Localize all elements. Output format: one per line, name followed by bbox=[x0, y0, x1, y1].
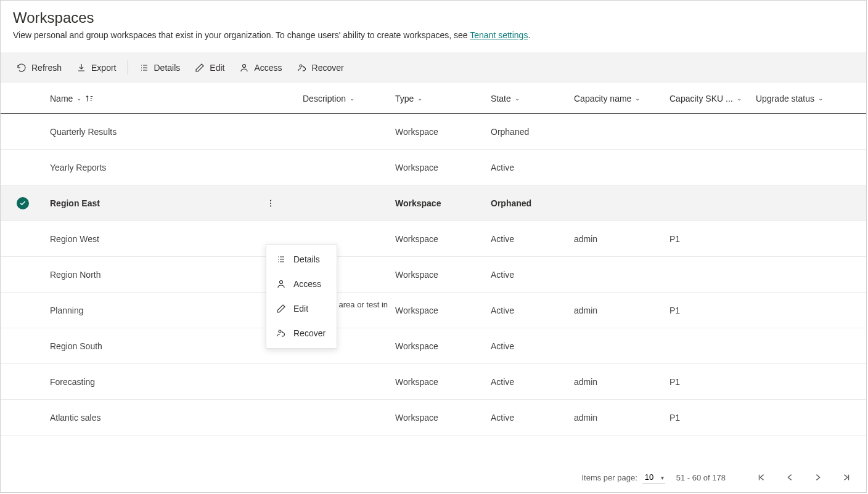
column-capacity-name-label: Capacity name bbox=[574, 94, 631, 103]
row-type: Workspace bbox=[395, 413, 491, 423]
row-name: Forecasting bbox=[50, 377, 95, 387]
column-header-capacity-sku[interactable]: Capacity SKU ... ⌄ bbox=[669, 94, 756, 103]
svg-point-6 bbox=[279, 330, 281, 333]
table-row[interactable]: Yearly ReportsWorkspaceActive bbox=[1, 150, 866, 185]
row-more-button[interactable] bbox=[263, 196, 278, 211]
page-last-button[interactable] bbox=[840, 471, 853, 484]
edit-button[interactable]: Edit bbox=[187, 58, 232, 78]
page-first-button[interactable] bbox=[755, 471, 768, 484]
column-header-capacity-name[interactable]: Capacity name ⌄ bbox=[574, 94, 669, 103]
toolbar-separator bbox=[128, 60, 128, 75]
chevron-down-icon: ⌄ bbox=[76, 95, 81, 102]
access-button[interactable]: Access bbox=[232, 58, 289, 78]
chevron-down-icon: ⌄ bbox=[737, 95, 742, 102]
row-state: Orphaned bbox=[491, 127, 574, 137]
svg-point-2 bbox=[270, 200, 271, 201]
row-capacity-name: admin bbox=[574, 377, 669, 387]
details-button[interactable]: Details bbox=[132, 58, 188, 78]
context-menu-recover-label: Recover bbox=[293, 328, 326, 338]
row-name: Region South bbox=[50, 341, 102, 351]
details-icon bbox=[139, 63, 149, 73]
row-name: Region North bbox=[50, 270, 101, 280]
refresh-button[interactable]: Refresh bbox=[9, 58, 69, 78]
context-menu-edit[interactable]: Edit bbox=[266, 296, 337, 321]
context-menu-details[interactable]: Details bbox=[266, 247, 337, 272]
context-menu-access[interactable]: Access bbox=[266, 272, 337, 296]
refresh-icon bbox=[17, 63, 27, 73]
table-row[interactable]: Quarterly ResultsWorkspaceOrphaned bbox=[1, 114, 866, 150]
svg-point-1 bbox=[300, 65, 302, 67]
column-state-label: State bbox=[491, 94, 511, 103]
row-state: Active bbox=[491, 270, 574, 280]
access-label: Access bbox=[254, 63, 282, 73]
page-prev-button[interactable] bbox=[784, 471, 796, 484]
page-description: View personal and group workspaces that … bbox=[13, 30, 854, 40]
row-capacity-sku: P1 bbox=[669, 413, 756, 423]
row-type: Workspace bbox=[395, 270, 491, 280]
table-row[interactable]: Region NorthWorkspaceActive bbox=[1, 257, 866, 293]
row-state: Orphaned bbox=[491, 198, 574, 208]
recover-icon bbox=[276, 328, 286, 338]
table-row[interactable]: Atlantic salesWorkspaceActiveadminP1 bbox=[1, 400, 866, 435]
sort-icon bbox=[85, 94, 94, 103]
recover-label: Recover bbox=[312, 63, 344, 73]
access-icon bbox=[276, 279, 286, 289]
table-row[interactable]: Region WestWorkspaceActiveadminP1 bbox=[1, 221, 866, 257]
recover-icon bbox=[297, 63, 307, 73]
column-upgrade-status-label: Upgrade status bbox=[756, 94, 814, 103]
row-name: Quarterly Results bbox=[50, 127, 117, 137]
row-capacity-name: admin bbox=[574, 306, 669, 315]
page-next-button[interactable] bbox=[812, 471, 824, 484]
export-icon bbox=[76, 63, 86, 73]
table-row[interactable]: PlanningorkSpace area or test in BBTWork… bbox=[1, 293, 866, 328]
items-per-page-select[interactable]: 10 bbox=[642, 471, 665, 484]
svg-point-0 bbox=[243, 65, 246, 68]
column-type-label: Type bbox=[395, 94, 414, 103]
access-icon bbox=[239, 63, 249, 73]
row-context-menu: Details Access Edit Recover bbox=[266, 244, 337, 349]
column-header-upgrade-status[interactable]: Upgrade status ⌄ bbox=[756, 94, 848, 103]
row-state: Active bbox=[491, 413, 574, 423]
table-row[interactable]: Region EastWorkspaceOrphaned bbox=[1, 185, 866, 221]
table-row[interactable]: ForecastingWorkspaceActiveadminP1 bbox=[1, 364, 866, 400]
column-name-label: Name bbox=[50, 94, 73, 103]
column-header-name[interactable]: Name ⌄ bbox=[44, 94, 303, 103]
column-header-state[interactable]: State ⌄ bbox=[491, 94, 574, 103]
export-button[interactable]: Export bbox=[69, 58, 123, 78]
edit-icon bbox=[195, 63, 205, 73]
row-name: Planning bbox=[50, 306, 84, 315]
row-state: Active bbox=[491, 341, 574, 351]
column-header-type[interactable]: Type ⌄ bbox=[395, 94, 491, 103]
table-row[interactable]: Region SouthWorkspaceActive bbox=[1, 328, 866, 364]
row-type: Workspace bbox=[395, 234, 491, 244]
table-header-row: Name ⌄ Description ⌄ Type ⌄ State ⌄ Capa… bbox=[1, 83, 866, 114]
row-type: Workspace bbox=[395, 306, 491, 315]
page-description-text: View personal and group workspaces that … bbox=[13, 30, 470, 40]
svg-point-4 bbox=[270, 205, 271, 206]
row-capacity-sku: P1 bbox=[669, 306, 756, 315]
chevron-down-icon: ⌄ bbox=[515, 95, 520, 102]
column-capacity-sku-label: Capacity SKU ... bbox=[669, 94, 733, 103]
page-range-text: 51 - 60 of 178 bbox=[676, 473, 726, 482]
page-description-suffix: . bbox=[528, 30, 530, 40]
row-type: Workspace bbox=[395, 198, 491, 208]
recover-button[interactable]: Recover bbox=[290, 58, 351, 78]
workspaces-table: Name ⌄ Description ⌄ Type ⌄ State ⌄ Capa… bbox=[1, 83, 866, 435]
row-state: Active bbox=[491, 234, 574, 244]
chevron-down-icon: ⌄ bbox=[350, 95, 354, 102]
row-name: Region West bbox=[50, 234, 99, 244]
row-state: Active bbox=[491, 377, 574, 387]
row-name: Region East bbox=[50, 198, 100, 208]
context-menu-recover[interactable]: Recover bbox=[266, 321, 337, 346]
export-label: Export bbox=[91, 63, 116, 73]
chevron-down-icon: ⌄ bbox=[818, 95, 823, 102]
row-selected-check-icon bbox=[17, 197, 29, 209]
row-capacity-sku: P1 bbox=[669, 234, 756, 244]
tenant-settings-link[interactable]: Tenant settings bbox=[470, 30, 528, 40]
refresh-label: Refresh bbox=[31, 63, 62, 73]
context-menu-details-label: Details bbox=[293, 254, 320, 264]
details-label: Details bbox=[154, 63, 181, 73]
row-type: Workspace bbox=[395, 127, 491, 137]
column-header-description[interactable]: Description ⌄ bbox=[303, 94, 395, 103]
row-name: Yearly Reports bbox=[50, 163, 106, 172]
